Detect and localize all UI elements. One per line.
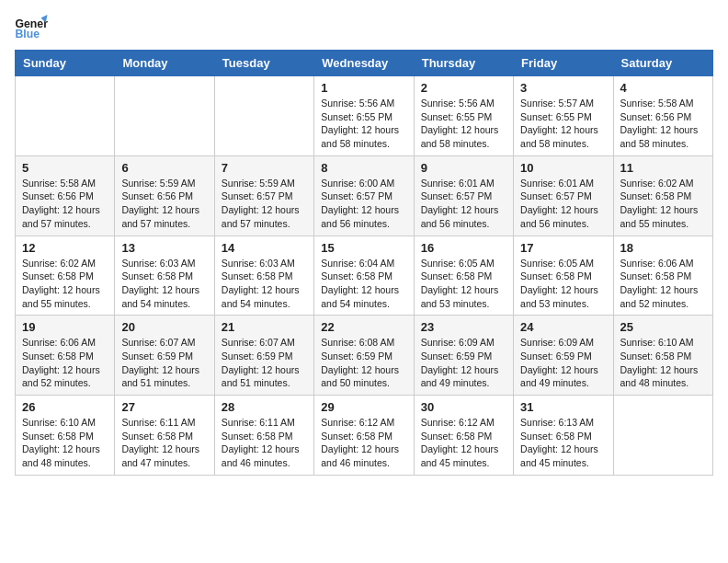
page-header: General Blue — [15, 15, 713, 40]
svg-text:Blue: Blue — [16, 28, 40, 40]
day-number: 23 — [421, 320, 506, 334]
calendar-cell: 27Sunrise: 6:11 AM Sunset: 6:58 PM Dayli… — [115, 396, 214, 476]
day-info: Sunrise: 6:06 AM Sunset: 6:58 PM Dayligh… — [620, 257, 706, 311]
day-number: 5 — [22, 161, 108, 175]
weekday-header-row: SundayMondayTuesdayWednesdayThursdayFrid… — [16, 51, 713, 76]
day-info: Sunrise: 5:58 AM Sunset: 6:56 PM Dayligh… — [620, 97, 706, 151]
calendar-cell: 28Sunrise: 6:11 AM Sunset: 6:58 PM Dayli… — [214, 396, 313, 476]
day-info: Sunrise: 5:57 AM Sunset: 6:55 PM Dayligh… — [520, 97, 606, 151]
calendar-cell — [115, 76, 214, 156]
day-info: Sunrise: 6:08 AM Sunset: 6:59 PM Dayligh… — [321, 336, 406, 390]
day-info: Sunrise: 6:11 AM Sunset: 6:58 PM Dayligh… — [222, 416, 307, 470]
weekday-header-tuesday: Tuesday — [214, 51, 313, 76]
day-info: Sunrise: 6:01 AM Sunset: 6:57 PM Dayligh… — [421, 177, 506, 231]
day-number: 17 — [520, 241, 606, 255]
day-number: 31 — [520, 400, 606, 414]
calendar-cell: 19Sunrise: 6:06 AM Sunset: 6:58 PM Dayli… — [16, 316, 115, 396]
day-info: Sunrise: 6:12 AM Sunset: 6:58 PM Dayligh… — [421, 416, 506, 470]
logo: General Blue — [15, 15, 53, 40]
calendar-cell: 22Sunrise: 6:08 AM Sunset: 6:59 PM Dayli… — [314, 316, 414, 396]
logo-icon: General Blue — [15, 15, 48, 40]
day-number: 21 — [222, 320, 307, 334]
calendar-cell: 1Sunrise: 5:56 AM Sunset: 6:55 PM Daylig… — [314, 76, 414, 156]
calendar-cell: 4Sunrise: 5:58 AM Sunset: 6:56 PM Daylig… — [613, 76, 712, 156]
day-info: Sunrise: 6:09 AM Sunset: 6:59 PM Dayligh… — [421, 336, 506, 390]
day-number: 9 — [421, 161, 506, 175]
day-info: Sunrise: 5:56 AM Sunset: 6:55 PM Dayligh… — [321, 97, 406, 151]
calendar-cell: 26Sunrise: 6:10 AM Sunset: 6:58 PM Dayli… — [16, 396, 115, 476]
calendar-cell: 14Sunrise: 6:03 AM Sunset: 6:58 PM Dayli… — [214, 236, 313, 316]
day-info: Sunrise: 6:05 AM Sunset: 6:58 PM Dayligh… — [421, 257, 506, 311]
day-info: Sunrise: 6:09 AM Sunset: 6:59 PM Dayligh… — [520, 336, 606, 390]
day-info: Sunrise: 6:02 AM Sunset: 6:58 PM Dayligh… — [620, 177, 706, 231]
day-number: 26 — [22, 400, 108, 414]
weekday-header-friday: Friday — [514, 51, 613, 76]
day-number: 1 — [321, 81, 406, 95]
calendar-table: SundayMondayTuesdayWednesdayThursdayFrid… — [15, 50, 713, 476]
day-number: 20 — [121, 320, 207, 334]
day-info: Sunrise: 6:06 AM Sunset: 6:58 PM Dayligh… — [22, 336, 108, 390]
calendar-cell: 23Sunrise: 6:09 AM Sunset: 6:59 PM Dayli… — [414, 316, 513, 396]
calendar-week-row: 1Sunrise: 5:56 AM Sunset: 6:55 PM Daylig… — [16, 76, 713, 156]
calendar-cell — [214, 76, 313, 156]
day-info: Sunrise: 6:07 AM Sunset: 6:59 PM Dayligh… — [222, 336, 307, 390]
day-info: Sunrise: 6:07 AM Sunset: 6:59 PM Dayligh… — [121, 336, 207, 390]
day-info: Sunrise: 6:00 AM Sunset: 6:57 PM Dayligh… — [321, 177, 406, 231]
calendar-cell: 2Sunrise: 5:56 AM Sunset: 6:55 PM Daylig… — [414, 76, 513, 156]
day-number: 28 — [222, 400, 307, 414]
calendar-cell: 11Sunrise: 6:02 AM Sunset: 6:58 PM Dayli… — [613, 155, 712, 236]
day-info: Sunrise: 6:13 AM Sunset: 6:58 PM Dayligh… — [520, 416, 606, 470]
day-info: Sunrise: 6:02 AM Sunset: 6:58 PM Dayligh… — [22, 257, 108, 311]
day-number: 2 — [421, 81, 506, 95]
day-info: Sunrise: 5:59 AM Sunset: 6:56 PM Dayligh… — [121, 177, 207, 231]
calendar-week-row: 26Sunrise: 6:10 AM Sunset: 6:58 PM Dayli… — [16, 396, 713, 476]
day-info: Sunrise: 6:12 AM Sunset: 6:58 PM Dayligh… — [321, 416, 406, 470]
calendar-cell — [16, 76, 115, 156]
day-info: Sunrise: 6:10 AM Sunset: 6:58 PM Dayligh… — [22, 416, 108, 470]
calendar-week-row: 12Sunrise: 6:02 AM Sunset: 6:58 PM Dayli… — [16, 236, 713, 316]
day-info: Sunrise: 6:05 AM Sunset: 6:58 PM Dayligh… — [520, 257, 606, 311]
calendar-week-row: 19Sunrise: 6:06 AM Sunset: 6:58 PM Dayli… — [16, 316, 713, 396]
calendar-cell: 17Sunrise: 6:05 AM Sunset: 6:58 PM Dayli… — [514, 236, 613, 316]
calendar-cell: 12Sunrise: 6:02 AM Sunset: 6:58 PM Dayli… — [16, 236, 115, 316]
calendar-cell: 16Sunrise: 6:05 AM Sunset: 6:58 PM Dayli… — [414, 236, 513, 316]
day-number: 3 — [520, 81, 606, 95]
calendar-cell: 15Sunrise: 6:04 AM Sunset: 6:58 PM Dayli… — [314, 236, 414, 316]
weekday-header-saturday: Saturday — [613, 51, 712, 76]
calendar-cell: 7Sunrise: 5:59 AM Sunset: 6:57 PM Daylig… — [214, 155, 313, 236]
day-number: 29 — [321, 400, 406, 414]
calendar-cell: 6Sunrise: 5:59 AM Sunset: 6:56 PM Daylig… — [115, 155, 214, 236]
day-number: 4 — [620, 81, 706, 95]
day-number: 8 — [321, 161, 406, 175]
day-number: 13 — [121, 241, 207, 255]
day-number: 18 — [620, 241, 706, 255]
day-number: 6 — [121, 161, 207, 175]
day-info: Sunrise: 6:11 AM Sunset: 6:58 PM Dayligh… — [121, 416, 207, 470]
calendar-cell — [613, 396, 712, 476]
day-info: Sunrise: 6:03 AM Sunset: 6:58 PM Dayligh… — [121, 257, 207, 311]
day-number: 15 — [321, 241, 406, 255]
day-info: Sunrise: 6:10 AM Sunset: 6:58 PM Dayligh… — [620, 336, 706, 390]
day-number: 14 — [222, 241, 307, 255]
weekday-header-thursday: Thursday — [414, 51, 513, 76]
calendar-cell: 31Sunrise: 6:13 AM Sunset: 6:58 PM Dayli… — [514, 396, 613, 476]
day-number: 25 — [620, 320, 706, 334]
day-number: 11 — [620, 161, 706, 175]
calendar-cell: 20Sunrise: 6:07 AM Sunset: 6:59 PM Dayli… — [115, 316, 214, 396]
day-number: 24 — [520, 320, 606, 334]
calendar-cell: 8Sunrise: 6:00 AM Sunset: 6:57 PM Daylig… — [314, 155, 414, 236]
calendar-cell: 13Sunrise: 6:03 AM Sunset: 6:58 PM Dayli… — [115, 236, 214, 316]
day-info: Sunrise: 5:56 AM Sunset: 6:55 PM Dayligh… — [421, 97, 506, 151]
day-info: Sunrise: 6:04 AM Sunset: 6:58 PM Dayligh… — [321, 257, 406, 311]
calendar-cell: 5Sunrise: 5:58 AM Sunset: 6:56 PM Daylig… — [16, 155, 115, 236]
day-number: 30 — [421, 400, 506, 414]
day-number: 12 — [22, 241, 108, 255]
day-number: 19 — [22, 320, 108, 334]
calendar-cell: 29Sunrise: 6:12 AM Sunset: 6:58 PM Dayli… — [314, 396, 414, 476]
day-number: 10 — [520, 161, 606, 175]
calendar-cell: 21Sunrise: 6:07 AM Sunset: 6:59 PM Dayli… — [214, 316, 313, 396]
calendar-cell: 30Sunrise: 6:12 AM Sunset: 6:58 PM Dayli… — [414, 396, 513, 476]
calendar-cell: 25Sunrise: 6:10 AM Sunset: 6:58 PM Dayli… — [613, 316, 712, 396]
day-info: Sunrise: 5:58 AM Sunset: 6:56 PM Dayligh… — [22, 177, 108, 231]
day-number: 27 — [121, 400, 207, 414]
